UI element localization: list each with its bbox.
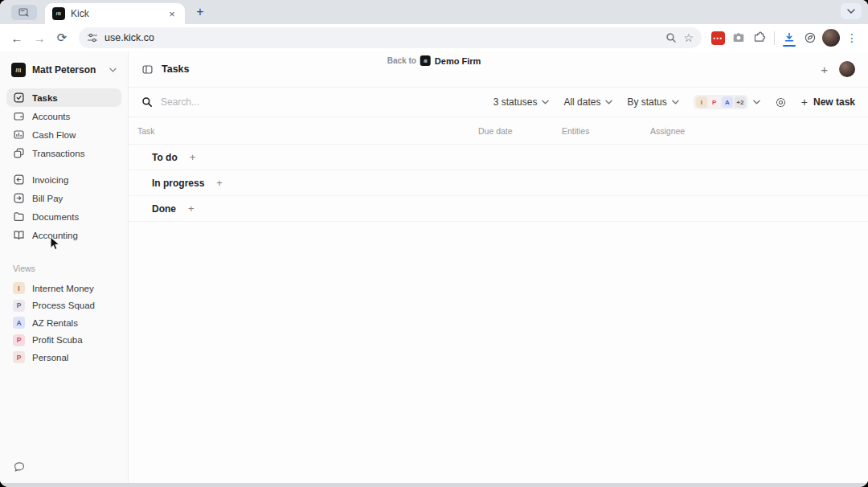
view-name: Process Squad — [32, 301, 95, 310]
red-extension-badge: ●●● — [711, 31, 725, 45]
kick-logo-small: /II — [420, 55, 431, 66]
sidebar-item-transactions[interactable]: Transactions — [6, 144, 121, 162]
sidebar-item-label: Tasks — [32, 93, 58, 103]
sidebar-toggle-icon[interactable] — [141, 63, 154, 76]
kick-app: Back to /II Demo Firm /II Matt Peterson … — [0, 51, 868, 483]
browser-tab-kick[interactable]: /II Kick × — [45, 3, 185, 24]
entity-chip: P — [709, 96, 720, 108]
view-name: Internet Money — [32, 284, 94, 293]
sidebar-item-accounting[interactable]: Accounting — [6, 226, 121, 244]
user-avatar[interactable] — [839, 61, 855, 77]
column-task[interactable]: Task — [137, 126, 478, 136]
tab-search-chevron-button[interactable] — [841, 3, 862, 19]
header-actions: + — [821, 61, 855, 77]
sidebar-item-tasks[interactable]: Tasks — [6, 88, 121, 107]
bookmark-star-icon[interactable]: ☆ — [683, 31, 694, 44]
sort-dropdown[interactable]: By status — [627, 96, 678, 108]
entity-filter-dropdown[interactable]: I P A +2 — [694, 95, 760, 109]
column-due-date[interactable]: Due date — [478, 126, 562, 136]
view-item-profit-scuba[interactable]: P Profit Scuba — [6, 332, 121, 350]
new-task-label: New task — [813, 96, 855, 108]
add-task-icon[interactable]: + — [216, 177, 223, 189]
user-photo — [839, 61, 855, 77]
browser-profile-avatar[interactable] — [821, 28, 841, 47]
url-text[interactable]: use.kick.co — [104, 32, 659, 43]
group-row-in-progress[interactable]: In progress + — [129, 170, 868, 196]
sidebar-item-cash-flow[interactable]: Cash Flow — [6, 125, 121, 144]
sort-label: By status — [627, 96, 666, 108]
browser-menu-icon[interactable]: ⋮ — [842, 28, 862, 47]
support-chat-icon[interactable] — [13, 460, 121, 473]
column-entities[interactable]: Entities — [562, 126, 650, 136]
tab-organizer-button[interactable] — [11, 5, 37, 20]
downloads-icon[interactable] — [780, 28, 799, 47]
forward-button[interactable]: → — [29, 27, 50, 48]
entity-chip: A — [722, 96, 733, 108]
search-input[interactable] — [159, 96, 320, 108]
new-tab-button[interactable]: + — [190, 2, 211, 23]
tab-organizer-icon — [18, 6, 30, 20]
extensions-puzzle-icon[interactable] — [750, 28, 769, 47]
view-item-az-rentals[interactable]: A AZ Rentals — [6, 314, 121, 332]
back-to-firm-banner[interactable]: Back to /II Demo Firm — [387, 55, 481, 66]
header-plus-icon[interactable]: + — [821, 63, 828, 76]
sidebar-item-documents[interactable]: Documents — [6, 207, 121, 226]
new-task-button[interactable]: + New task — [801, 96, 855, 108]
main-panel: Tasks + 3 statuses — [129, 51, 868, 483]
status-filter-dropdown[interactable]: 3 statuses — [493, 96, 550, 108]
chevron-down-icon — [672, 100, 679, 104]
search-box[interactable] — [141, 96, 320, 108]
chevron-down-icon — [605, 100, 612, 104]
browser-toolbar: ← → ⟳ use.kick.co ☆ ●●● — [0, 24, 868, 51]
entity-chip-overflow: +2 — [735, 96, 746, 108]
search-icon — [141, 96, 153, 108]
sidebar-item-accounts[interactable]: Accounts — [6, 107, 121, 125]
zoom-icon[interactable] — [665, 32, 677, 43]
ledger-book-icon — [13, 229, 25, 241]
group-label: Done — [152, 203, 176, 215]
download-progress-bar — [783, 45, 796, 47]
performance-icon[interactable] — [800, 28, 820, 47]
view-item-process-squad[interactable]: P Process Squad — [6, 297, 121, 315]
view-initial-badge: I — [13, 282, 25, 294]
workspace-switcher[interactable]: /II Matt Peterson — [6, 61, 121, 88]
settings-gear-icon[interactable] — [775, 96, 787, 108]
view-item-personal[interactable]: P Personal — [6, 349, 121, 366]
sidebar-item-invoicing[interactable]: Invoicing — [6, 170, 121, 189]
page-header: Tasks + — [129, 51, 868, 88]
tab-close-icon[interactable]: × — [166, 7, 178, 20]
chevron-down-icon — [542, 100, 549, 104]
window-bottom-edge — [0, 483, 868, 487]
column-assignee[interactable]: Assignee — [650, 126, 868, 136]
sidebar-item-label: Accounts — [32, 112, 70, 121]
tab-title: Kick — [71, 8, 160, 19]
bill-pay-icon — [13, 192, 25, 204]
view-initial-badge: P — [13, 334, 25, 346]
view-item-internet-money[interactable]: I Internet Money — [6, 280, 121, 297]
chevron-down-icon — [753, 100, 760, 104]
add-task-icon[interactable]: + — [188, 203, 194, 215]
add-task-icon[interactable]: + — [190, 151, 196, 163]
group-row-todo[interactable]: To do + — [129, 145, 868, 170]
sidebar-item-bill-pay[interactable]: Bill Pay — [6, 189, 121, 207]
profile-photo — [822, 29, 840, 47]
toolbar-divider — [774, 31, 775, 45]
back-to-label: Back to — [387, 56, 416, 65]
extension-screen-recorder-icon[interactable]: ●●● — [708, 28, 727, 47]
group-row-done[interactable]: Done + — [129, 196, 868, 222]
status-filter-label: 3 statuses — [493, 96, 538, 108]
filter-controls: 3 statuses All dates By status I — [493, 95, 855, 109]
date-filter-label: All dates — [563, 96, 600, 108]
date-filter-dropdown[interactable]: All dates — [563, 96, 612, 108]
firm-name: Demo Firm — [435, 56, 481, 66]
reload-button[interactable]: ⟳ — [51, 27, 72, 48]
view-initial-badge: A — [13, 317, 25, 329]
sidebar-group-gap — [6, 162, 121, 170]
entity-chip-group: I P A +2 — [694, 95, 748, 109]
site-settings-icon[interactable] — [87, 32, 98, 43]
extension-camera-icon[interactable] — [729, 28, 748, 47]
back-button[interactable]: ← — [6, 27, 27, 48]
chevron-down-icon — [109, 68, 117, 72]
wallet-icon — [13, 110, 25, 122]
address-bar[interactable]: use.kick.co ☆ — [79, 27, 702, 48]
